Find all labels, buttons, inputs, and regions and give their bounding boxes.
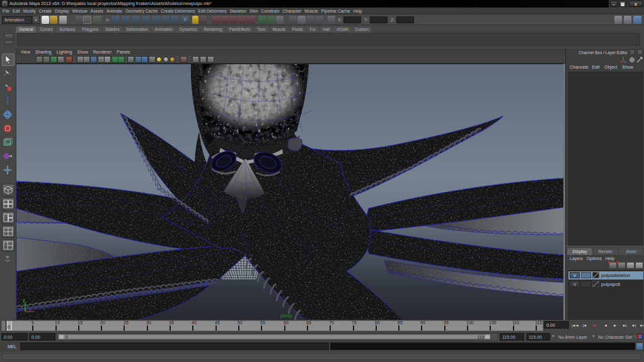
svg-text:persp: persp bbox=[280, 313, 292, 319]
svg-text:y: y bbox=[23, 298, 25, 303]
